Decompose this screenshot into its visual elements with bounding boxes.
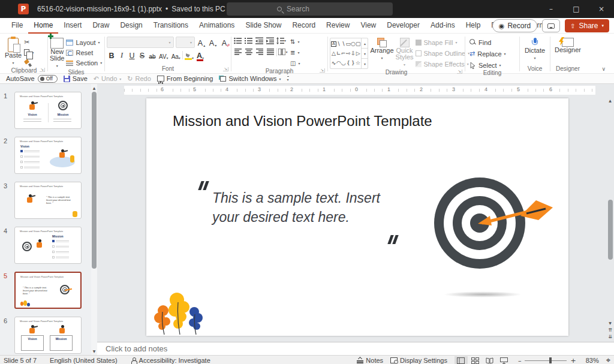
arrange-button[interactable]: Arrange ▾ xyxy=(370,36,393,61)
autosave-switch[interactable]: Off xyxy=(38,75,58,83)
align-center-button[interactable] xyxy=(244,47,254,56)
strikethrough-button[interactable]: S xyxy=(137,50,147,60)
shape-outline-button[interactable]: Shape Outline▾ xyxy=(416,49,470,58)
slide-2-thumbnail[interactable]: Mission and Vision PowerPoint Template V… xyxy=(14,137,82,174)
down-arrow-shape-icon[interactable]: ⇩ xyxy=(351,50,356,56)
clear-formatting-button[interactable]: A xyxy=(219,37,229,47)
columns-button[interactable]: ▾ xyxy=(278,47,288,56)
select-button[interactable]: Select▾ xyxy=(469,61,506,70)
elbow-connector-icon[interactable]: ∟ xyxy=(336,50,341,56)
scrollbar-thumb[interactable] xyxy=(92,92,97,269)
shape-fill-button[interactable]: Shape Fill▾ xyxy=(416,38,470,47)
slide-indicator[interactable]: Slide 5 of 7 xyxy=(4,357,37,364)
layout-button[interactable]: Layout▾ xyxy=(66,38,102,47)
language-indicator[interactable]: English (United States) xyxy=(50,357,118,364)
maximize-button[interactable]: □ xyxy=(564,0,589,18)
shapes-gallery[interactable]: A ∖ ∖ ▭ ○ ▢ △ ∟ ⌐ ⇨ ⇩ ▷ ∿ ◠ ◡ xyxy=(330,38,368,69)
text-shadow-button[interactable]: ab xyxy=(148,50,157,60)
font-name-combo[interactable]: ▾ xyxy=(107,37,174,48)
reading-view-button[interactable] xyxy=(483,356,496,364)
switch-windows-button[interactable]: Switch Windows▾ xyxy=(219,75,281,82)
comments-button[interactable] xyxy=(542,19,560,32)
slide-sorter-view-button[interactable] xyxy=(469,356,482,364)
highlight-color-button[interactable]: ▾ xyxy=(183,50,195,60)
zoom-level[interactable]: 83% xyxy=(583,357,599,364)
scroll-up-arrow[interactable]: ▲ xyxy=(609,97,612,104)
close-button[interactable]: × xyxy=(589,0,614,18)
line-spacing-button[interactable]: ▾ xyxy=(276,36,286,45)
font-color-button[interactable]: A▾ xyxy=(195,50,205,60)
scroll-down-arrow[interactable]: ▼ xyxy=(93,347,96,355)
right-brace-shape-icon[interactable]: } xyxy=(351,60,355,66)
align-right-button[interactable] xyxy=(255,47,264,56)
rounded-rect-shape-icon[interactable]: ▢ xyxy=(356,41,361,47)
powerpoint-app-icon[interactable]: P xyxy=(18,4,29,14)
right-arrow-shape-icon[interactable]: ⇨ xyxy=(346,50,351,56)
cut-button[interactable]: ✂ xyxy=(24,38,34,47)
paste-button[interactable]: Paste ▾ xyxy=(5,36,22,66)
shapes-scroll-up[interactable]: ▴ xyxy=(362,38,368,48)
reset-button[interactable]: Reset xyxy=(66,48,102,57)
tab-help[interactable]: Help xyxy=(460,18,486,34)
autosave-toggle[interactable]: AutoSave Off xyxy=(6,75,58,83)
slide-6-thumbnail[interactable]: Mission and Vision PowerPoint Template V… xyxy=(14,317,82,354)
format-painter-button[interactable] xyxy=(24,58,34,67)
next-slide-button[interactable]: ⇊ xyxy=(608,334,612,339)
slide-show-view-button[interactable] xyxy=(498,356,511,364)
minimize-button[interactable]: – xyxy=(538,0,564,18)
bold-button[interactable]: B xyxy=(107,50,116,60)
justify-button[interactable] xyxy=(266,47,275,56)
curve-shape-icon[interactable]: ∿ xyxy=(332,60,336,66)
text-box-shape-icon[interactable]: A xyxy=(331,41,336,47)
replace-button[interactable]: ⇄Replace▾ xyxy=(469,49,506,58)
zoom-slider[interactable] xyxy=(525,360,567,361)
tab-file[interactable]: File xyxy=(6,18,28,34)
tab-design[interactable]: Design xyxy=(115,18,148,34)
shapes-scroll-down[interactable]: ▾ xyxy=(362,48,368,58)
search-input[interactable] xyxy=(287,5,377,13)
notes-pane[interactable]: Click to add notes xyxy=(97,342,614,355)
slide-3-thumbnail[interactable]: Mission and Vision PowerPoint Template “… xyxy=(14,182,82,219)
increase-font-size-button[interactable]: A▴ xyxy=(197,37,206,47)
pentagon-shape-icon[interactable]: ▷ xyxy=(356,50,360,56)
connector-shape-icon[interactable]: ⌐ xyxy=(341,50,346,56)
scroll-up-arrow[interactable]: ▲ xyxy=(93,84,96,92)
triangle-shape-icon[interactable]: △ xyxy=(332,50,336,56)
search-box[interactable] xyxy=(227,2,393,16)
font-size-combo[interactable]: ▾ xyxy=(176,37,195,48)
align-left-button[interactable] xyxy=(233,47,243,56)
from-beginning-button[interactable]: From Beginning xyxy=(157,75,213,82)
slide-canvas[interactable]: Mission and Vision PowerPoint Template T… xyxy=(97,96,614,342)
qat-overflow-button[interactable]: ▾ xyxy=(287,76,289,82)
decrease-indent-button[interactable] xyxy=(255,36,264,45)
slide-1-thumbnail[interactable]: Mission and Vision PowerPoint Template V… xyxy=(14,92,82,129)
character-spacing-button[interactable]: AV▾ xyxy=(158,50,170,60)
section-button[interactable]: Section▾ xyxy=(66,58,102,67)
copy-button[interactable]: ▾ xyxy=(24,48,34,57)
slide-quote-block[interactable]: This is a sample text. Insert your desir… xyxy=(198,179,408,227)
find-button[interactable]: Find xyxy=(469,38,506,47)
target-illustration[interactable] xyxy=(420,163,561,295)
zoom-slider-thumb[interactable] xyxy=(549,357,552,363)
tab-animations[interactable]: Animations xyxy=(194,18,240,34)
vertical-scrollbar[interactable]: ▲ ▼ ⇈ ⇊ xyxy=(607,97,613,339)
clipboard-dialog-launcher[interactable]: ↘ xyxy=(40,68,45,72)
numbering-button[interactable] xyxy=(244,36,254,45)
current-slide[interactable]: Mission and Vision PowerPoint Template T… xyxy=(146,98,568,336)
record-button[interactable]: ◉ Record xyxy=(492,19,537,32)
arrow-line-shape-icon[interactable]: ∖ xyxy=(342,41,345,47)
tab-record[interactable]: Record xyxy=(287,18,321,34)
previous-slide-button[interactable]: ⇈ xyxy=(608,327,612,333)
oval-shape-icon[interactable]: ○ xyxy=(351,41,356,47)
tab-insert[interactable]: Insert xyxy=(58,18,87,34)
tab-view[interactable]: View xyxy=(355,18,381,34)
fit-slide-to-window-button[interactable]: ⌖ xyxy=(606,356,610,364)
underline-button[interactable]: U xyxy=(127,50,137,60)
slide-4-thumbnail[interactable]: Mission and Vision PowerPoint Template M… xyxy=(14,227,82,264)
dictate-button[interactable]: Dictate ▾ xyxy=(525,36,545,61)
tab-add-ins[interactable]: Add-ins xyxy=(425,18,460,34)
collapse-ribbon-button[interactable]: ∨ xyxy=(601,66,606,72)
drawing-dialog-launcher[interactable]: ↘ xyxy=(457,70,462,74)
notes-toggle-button[interactable]: Notes xyxy=(357,357,383,364)
tab-home[interactable]: Home xyxy=(28,18,58,34)
